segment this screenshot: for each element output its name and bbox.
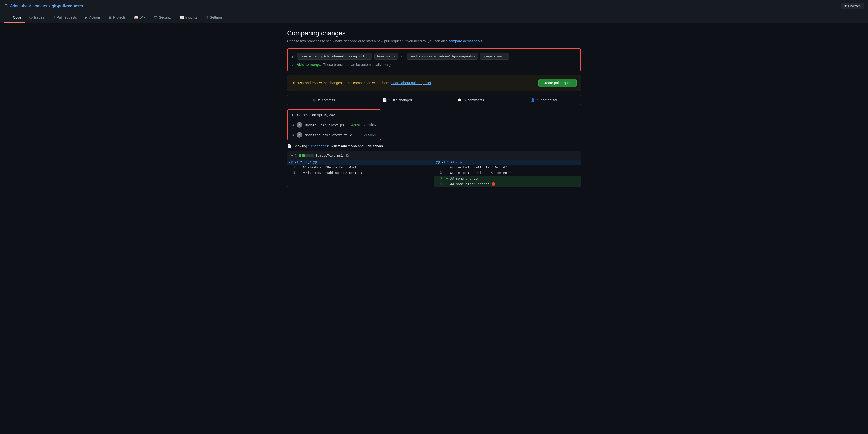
able-to-merge-text: Able to merge. (297, 63, 321, 67)
diff-block-green-2 (302, 154, 305, 157)
compare-box: ⇄ base repository: Adam-the-Automator/gi… (287, 48, 581, 71)
learn-pr-link[interactable]: Learn about pull requests (391, 81, 431, 85)
diff-pane-right: @@ -1,2 +1,4 @@ 1 Write-Host "Hello Tech… (434, 160, 581, 187)
tab-code[interactable]: <> Code (4, 12, 25, 23)
settings-icon: ⚙ (206, 16, 209, 19)
diff-filename: SampleText.ps1 (316, 154, 343, 157)
files-icon: 📄 (383, 98, 387, 102)
commits-stat: ⊙ 2 commits (287, 95, 361, 105)
doc-icon: 📄 (287, 144, 291, 148)
code-icon: <> (7, 16, 11, 19)
actions-icon: ▶ (85, 16, 88, 19)
base-repo-select[interactable]: base repository: Adam-the-Automator/git-… (297, 53, 372, 60)
unwatch-button[interactable]: 👁 Unwatch (841, 2, 864, 9)
commits-box: 🗒 Commits on Apr 19, 2021 ⊙ A Update Sam… (287, 110, 381, 140)
diff-toggle[interactable]: ▼ 2 (290, 154, 297, 158)
compare-forks-link[interactable]: compare across forks. (448, 39, 483, 43)
avatar-1: A (297, 122, 302, 128)
merge-status: ✓ Able to merge. These branches can be a… (292, 63, 576, 67)
arrow-left-icon: ← (400, 54, 405, 59)
commits-icon: ⊙ (313, 98, 316, 102)
comments-icon: 💬 (457, 98, 462, 102)
diff-header: ▼ 2 SampleText.ps1 ⧉ (287, 151, 581, 160)
base-repo-chevron-icon: ▾ (368, 55, 370, 58)
head-repo-select[interactable]: head repository: adbertram/git-pull-requ… (407, 53, 478, 60)
commit-row-2: ⊙ A modified sampletext file 0c38c20 (288, 130, 381, 140)
diff-line-left-2: 2 Write-Host "Adding new content" (287, 170, 434, 176)
commit-1-sha: 7d8bb37 (364, 123, 377, 127)
commit-2-message: modified sampletext file (305, 133, 352, 137)
projects-icon: ▦ (108, 16, 112, 19)
diff-pane-left: @@ -1,2 +1,4 @@ 1 Write-Host "Hello Tech… (287, 160, 434, 187)
diff-line-right-2: 2 Write-Host "Adding new content" (434, 170, 581, 176)
compare-arrows-icon: ⇄ (292, 54, 295, 59)
tab-projects[interactable]: ▦ Projects (105, 12, 129, 23)
verified-badge: Verified (348, 123, 361, 127)
comments-stat: 💬 0 comments (434, 95, 508, 105)
merge-auto-text: These branches can be automatically merg… (323, 63, 395, 67)
copy-filename-icon[interactable]: ⧉ (346, 153, 348, 158)
showing-changed-files: 📄 Showing 1 changed file with 2 addition… (287, 144, 581, 148)
contributors-icon: 👤 (531, 98, 535, 102)
issues-icon: ⓘ (29, 15, 33, 20)
diff-block-green-1 (299, 154, 302, 157)
repo-owner-link[interactable]: Adam-the-Automator (10, 4, 48, 8)
tab-insights[interactable]: 📈 Insights (176, 12, 201, 23)
head-repo-chevron-icon: ▾ (474, 55, 475, 58)
insights-icon: 📈 (180, 16, 184, 19)
base-branch-select[interactable]: base: main ▾ (374, 53, 398, 60)
commits-header-icon: 🗒 (292, 113, 295, 117)
diff-section: ▼ 2 SampleText.ps1 ⧉ @@ -1,2 +1,4 @@ 1 W (287, 151, 581, 187)
pr-icon: ⇄ (52, 16, 55, 19)
check-icon: ✓ (292, 63, 295, 67)
diff-hunk-left: @@ -1,2 +1,4 @@ (287, 160, 434, 165)
wiki-icon: 📖 (134, 16, 138, 19)
repo-separator: / (49, 4, 50, 8)
compare-branch-select[interactable]: compare: main ▾ (480, 53, 509, 60)
tab-issues[interactable]: ⓘ Issues (26, 12, 48, 23)
main-content: Comparing changes Choose two branches to… (283, 23, 585, 193)
contributors-stat: 👤 1 contributor (507, 95, 581, 105)
diff-line-left-1: 1 Write-Host "Hello Tech World" (287, 165, 434, 170)
diff-line-right-3: 3 + ## some change (434, 176, 581, 182)
commit-dot-icon-2: ⊙ (292, 133, 294, 136)
stats-row: ⊙ 2 commits 📄 1 file changed 💬 0 comment… (287, 95, 581, 105)
topbar: 🗒 Adam-the-Automator / git-pull-requests… (0, 0, 868, 12)
diff-hunk-right: @@ -1,2 +1,4 @@ (434, 160, 581, 165)
compare-branch-chevron-icon: ▾ (505, 55, 507, 58)
diff-line-right-4: 4 + ## some other change 🔴 (434, 182, 581, 187)
changed-file-link[interactable]: 1 changed file (308, 144, 330, 148)
tab-settings[interactable]: ⚙ Settings (202, 12, 226, 23)
tab-pull-requests[interactable]: ⇄ Pull requests (49, 12, 81, 23)
tab-actions[interactable]: ▶ Actions (82, 12, 104, 23)
repo-icon: 🗒 (4, 3, 8, 8)
commit-1-message: Update SampleText.ps1 (305, 123, 346, 127)
create-pr-button[interactable]: Create pull request (538, 79, 577, 87)
diff-block-gray-3 (311, 154, 314, 157)
tab-security[interactable]: 🛡 Security (151, 12, 175, 23)
commit-2-sha: 0c38c20 (364, 133, 377, 136)
avatar-2: A (297, 132, 302, 137)
files-stat: 📄 1 file changed (361, 95, 434, 105)
info-banner: Discuss and review the changes in this c… (287, 75, 581, 91)
nav-tabs: <> Code ⓘ Issues ⇄ Pull requests ▶ Actio… (0, 12, 868, 23)
repo-name-link[interactable]: git-pull-requests (52, 4, 83, 8)
diff-line-right-1: 1 Write-Host "Hello Tech World" (434, 165, 581, 170)
compare-controls: ⇄ base repository: Adam-the-Automator/gi… (292, 53, 576, 60)
commits-header: 🗒 Commits on Apr 19, 2021 (288, 110, 381, 120)
diff-block-gray-1 (305, 154, 308, 157)
diff-block-gray-2 (308, 154, 311, 157)
commit-row-1: ⊙ A Update SampleText.ps1 Verified 7d8bb… (288, 120, 381, 130)
base-branch-chevron-icon: ▾ (394, 55, 395, 58)
tab-wiki[interactable]: 📖 Wiki (130, 12, 150, 23)
page-subtitle: Choose two branches to see what's change… (287, 39, 581, 43)
banner-text: Discuss and review the changes in this c… (291, 81, 431, 85)
commit-dot-icon: ⊙ (292, 123, 294, 127)
repo-path: 🗒 Adam-the-Automator / git-pull-requests (4, 3, 83, 8)
diff-panes: @@ -1,2 +1,4 @@ 1 Write-Host "Hello Tech… (287, 160, 581, 187)
page-title: Comparing changes (287, 29, 581, 37)
security-icon: 🛡 (154, 16, 157, 19)
diff-additions-visual (299, 154, 314, 157)
